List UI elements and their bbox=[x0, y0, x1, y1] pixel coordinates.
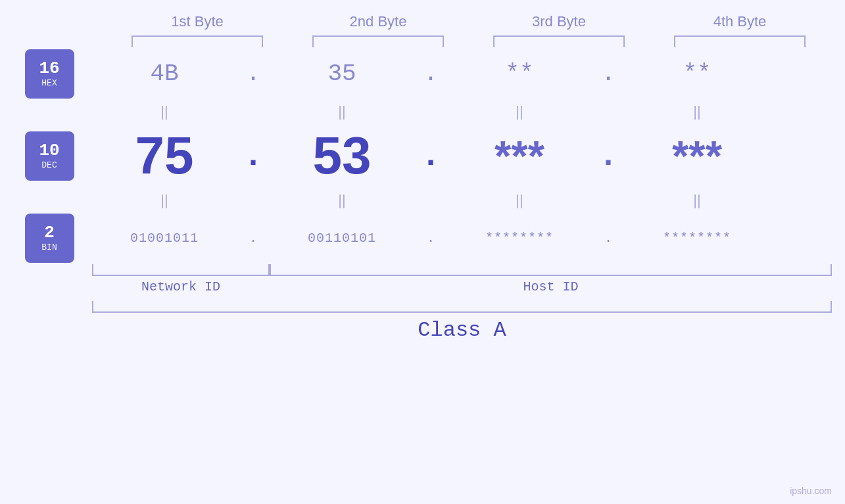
badges-column: 16 HEX 10 DEC 2 BIN bbox=[0, 47, 92, 264]
watermark: ipshu.com bbox=[790, 486, 832, 496]
dec-val-2: 53 bbox=[270, 126, 414, 186]
dec-row: 75 . 53 . *** . *** bbox=[92, 123, 845, 189]
dec-val-4: *** bbox=[625, 131, 769, 181]
hex-val-1: 4B bbox=[92, 60, 237, 87]
bin-badge-num: 2 bbox=[44, 223, 55, 242]
top-bracket-4 bbox=[674, 35, 806, 47]
hex-val-4: ** bbox=[625, 60, 769, 87]
bin-val-1: 01001011 bbox=[92, 231, 237, 246]
network-id-label: Network ID bbox=[92, 279, 270, 294]
bin-val-3: ******** bbox=[447, 231, 592, 246]
main-container: 1st Byte 2nd Byte 3rd Byte 4th Byte 16 H… bbox=[0, 0, 845, 504]
byte-label-1: 1st Byte bbox=[125, 13, 270, 30]
dec-dot-1: . bbox=[237, 137, 270, 175]
byte-label-3: 3rd Byte bbox=[487, 13, 631, 30]
class-label-area: Class A bbox=[0, 318, 845, 342]
top-brackets bbox=[107, 35, 831, 47]
bottom-brackets-row bbox=[92, 264, 832, 276]
top-bracket-1 bbox=[132, 35, 263, 47]
bin-dot-2: . bbox=[414, 231, 447, 246]
bottom-bracket-area: Network ID Host ID bbox=[0, 264, 845, 294]
dec-dot-3: . bbox=[592, 137, 625, 175]
hex-badge-num: 16 bbox=[39, 59, 59, 78]
eq-row-2: || || || || bbox=[92, 189, 845, 212]
values-area: 4B . 35 . ** . ** || || || || 75 bbox=[92, 47, 845, 264]
eq-3: || bbox=[447, 103, 592, 120]
host-id-label: Host ID bbox=[270, 279, 832, 294]
bin-val-4: ******** bbox=[625, 231, 769, 246]
dec-val-1: 75 bbox=[92, 126, 237, 186]
big-bracket-area bbox=[0, 301, 845, 313]
id-labels-row: Network ID Host ID bbox=[92, 279, 832, 294]
dec-badge: 10 DEC bbox=[25, 131, 74, 181]
top-bracket-2 bbox=[312, 35, 444, 47]
hex-dot-1: . bbox=[237, 60, 270, 87]
hex-badge: 16 HEX bbox=[25, 49, 74, 99]
class-label: Class A bbox=[92, 318, 832, 342]
byte-label-2: 2nd Byte bbox=[306, 13, 450, 30]
hex-val-3: ** bbox=[447, 60, 592, 87]
byte-headers: 1st Byte 2nd Byte 3rd Byte 4th Byte bbox=[107, 13, 831, 30]
eq-row-1: || || || || bbox=[92, 100, 845, 123]
eq-5: || bbox=[92, 192, 237, 209]
bin-row: 01001011 . 00110101 . ******** . *******… bbox=[92, 212, 845, 264]
byte-label-4: 4th Byte bbox=[667, 13, 812, 30]
hex-dot-3: . bbox=[592, 60, 625, 87]
bin-dot-1: . bbox=[237, 231, 270, 246]
dec-badge-num: 10 bbox=[39, 141, 59, 160]
hex-badge-label: HEX bbox=[41, 78, 57, 88]
eq-8: || bbox=[625, 192, 769, 209]
dec-dot-2: . bbox=[414, 137, 447, 175]
eq-4: || bbox=[625, 103, 769, 120]
bin-badge: 2 BIN bbox=[25, 214, 74, 263]
content-area: 16 HEX 10 DEC 2 BIN bbox=[0, 47, 845, 264]
top-bracket-3 bbox=[493, 35, 625, 47]
eq-7: || bbox=[447, 192, 592, 209]
hex-val-2: 35 bbox=[270, 60, 414, 87]
eq-6: || bbox=[270, 192, 414, 209]
eq-2: || bbox=[270, 103, 414, 120]
dec-val-3: *** bbox=[447, 131, 592, 181]
bin-dot-3: . bbox=[592, 231, 625, 246]
bin-val-2: 00110101 bbox=[270, 231, 414, 246]
bin-badge-label: BIN bbox=[41, 242, 57, 252]
hex-row: 4B . 35 . ** . ** bbox=[92, 47, 845, 100]
class-bracket bbox=[92, 301, 832, 313]
hex-dot-2: . bbox=[414, 60, 447, 87]
host-bottom-bracket bbox=[270, 264, 832, 276]
network-bottom-bracket bbox=[92, 264, 270, 276]
dec-badge-label: DEC bbox=[41, 160, 57, 170]
eq-1: || bbox=[92, 103, 237, 120]
